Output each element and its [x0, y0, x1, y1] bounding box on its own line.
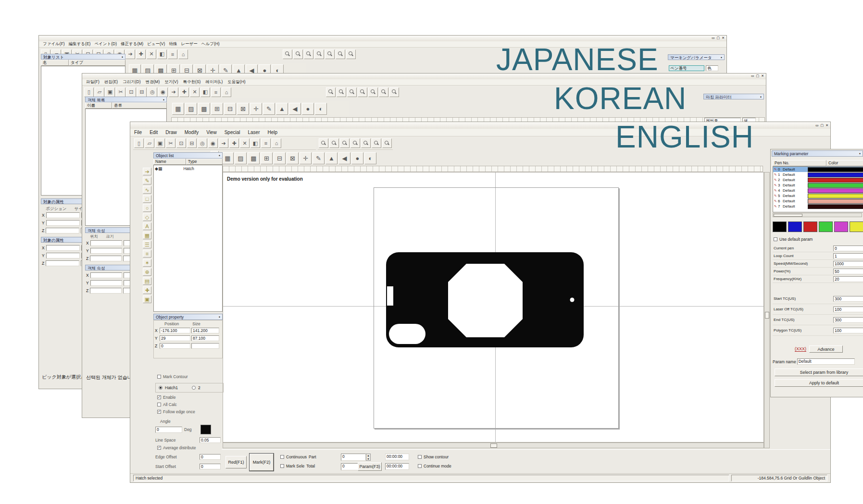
kr-col-type[interactable]: 종류 [112, 102, 167, 109]
zoom-icon[interactable] [379, 87, 388, 97]
toolbar-icon[interactable]: ✛ [250, 103, 262, 115]
toolbar-icon[interactable]: ⌂ [222, 87, 231, 97]
continuous-checkbox[interactable] [280, 455, 284, 459]
apply-default-button[interactable]: Apply to default [775, 379, 863, 387]
toolbar-icon[interactable]: ✎ [263, 103, 275, 115]
draw-tool-icon[interactable]: ⊕ [143, 268, 151, 276]
pen-no-column[interactable]: Pen No. [773, 160, 826, 166]
pen-row[interactable]: ✎ 7 Default [773, 204, 863, 209]
zoom-icon[interactable] [389, 87, 399, 97]
toolbar-icon[interactable]: ⊟ [274, 152, 286, 164]
toolbar-icon[interactable]: ⌂ [178, 49, 188, 59]
close-icon[interactable]: • [122, 55, 123, 60]
jp-menu-item[interactable]: ペイント(D) [94, 41, 117, 47]
toolbar-icon[interactable]: ◐ [315, 103, 327, 115]
pen-row[interactable]: ✎ 4 Default [773, 188, 863, 193]
tc-field-input[interactable]: 100 [833, 328, 863, 333]
toolbar-icon[interactable]: ⊞ [261, 152, 273, 164]
toolbar-icon[interactable]: ≡ [168, 49, 177, 59]
pen-row[interactable]: ✎ 1 Default [773, 172, 863, 177]
enable-checkbox[interactable] [157, 395, 161, 399]
hscroll-thumb[interactable] [490, 443, 497, 448]
toolbar-icon[interactable]: ≡ [261, 138, 271, 148]
mark-button[interactable]: Mark(F2) [250, 454, 274, 471]
zoom-icon[interactable] [372, 138, 381, 148]
tc-field-input[interactable]: 300 [833, 296, 863, 302]
size-input[interactable]: 87.100 [191, 335, 219, 341]
mark-contour-checkbox[interactable] [157, 375, 161, 379]
draw-tool-icon[interactable]: □ [143, 195, 151, 203]
jp-window-controls[interactable]: ▭ ▢ ✕ [712, 36, 725, 40]
toolbar-icon[interactable]: ◐ [364, 152, 376, 164]
toolbar-icon[interactable]: ▨ [185, 103, 197, 115]
toolbar-icon[interactable]: ⊡ [176, 138, 186, 148]
toolbar-icon[interactable]: ⊡ [126, 87, 136, 97]
axis-input[interactable] [90, 272, 122, 278]
jp-menu-item[interactable]: 編集する(E) [69, 41, 91, 47]
toolbar-icon[interactable]: ✕ [190, 87, 200, 97]
toolbar-icon[interactable]: ◧ [157, 49, 167, 59]
toolbar-icon[interactable]: ◀ [289, 103, 301, 115]
toolbar-icon[interactable]: ⊠ [237, 103, 249, 115]
close-icon[interactable]: • [760, 95, 762, 99]
pen-row[interactable]: ✎ 5 Default [773, 193, 863, 198]
kr-menu-item[interactable]: 편집(E) [104, 79, 118, 85]
zoom-icon[interactable] [346, 49, 356, 59]
follow-edge-checkbox[interactable] [157, 410, 161, 414]
color-swatch[interactable] [788, 221, 802, 232]
toolbar-icon[interactable]: ✚ [229, 138, 239, 148]
axis-input[interactable] [90, 256, 122, 261]
toolbar-icon[interactable]: ✚ [136, 49, 146, 59]
toolbar-icon[interactable]: ⌂ [272, 138, 281, 148]
param-button[interactable]: Param(F3) [358, 462, 382, 471]
kr-col-name[interactable]: 이름 [85, 102, 112, 109]
jp-param-color-field[interactable]: 色 [706, 65, 718, 71]
draw-tool-icon[interactable]: ✎ [143, 177, 151, 184]
zoom-icon[interactable] [382, 138, 392, 148]
axis-input[interactable] [90, 240, 122, 246]
param-field-input[interactable]: 1000 [833, 261, 863, 267]
part-count-spinner[interactable]: ▲▼ [366, 454, 371, 461]
zoom-icon[interactable] [347, 87, 357, 97]
toolbar-icon[interactable]: ◧ [200, 87, 210, 97]
param-field-input[interactable]: 0 [833, 246, 863, 251]
start-offset-input[interactable]: 0 [200, 464, 221, 469]
hatch-color-swatch[interactable] [200, 425, 211, 434]
jp-col-type[interactable]: タイプ [69, 60, 125, 66]
en-button-strip[interactable] [223, 166, 763, 172]
position-input[interactable]: -176.100 [160, 328, 190, 333]
tc-field-input[interactable]: 100 [833, 307, 863, 312]
toolbar-icon[interactable]: ▨ [235, 152, 247, 164]
toolbar-icon[interactable]: ▩ [248, 152, 260, 164]
en-menu-item[interactable]: Help [267, 130, 277, 135]
draw-tool-icon[interactable]: A [143, 222, 151, 230]
en-menu-item[interactable]: Modify [185, 130, 199, 135]
zoom-icon[interactable] [358, 87, 367, 97]
toolbar-icon[interactable]: ▲ [325, 152, 338, 164]
pen-list-hscrollbar[interactable] [773, 213, 862, 217]
close-icon[interactable]: • [219, 315, 220, 320]
en-menu-item[interactable]: View [206, 130, 217, 135]
zoom-icon[interactable] [283, 49, 292, 59]
toolbar-icon[interactable]: ▱ [95, 87, 104, 97]
zoom-icon[interactable] [304, 49, 313, 59]
kr-window-controls[interactable]: ▭ ▢ ✕ [751, 74, 764, 78]
toolbar-icon[interactable]: ✕ [147, 49, 156, 59]
toolbar-icon[interactable]: ▲ [276, 103, 288, 115]
draw-tool-icon[interactable]: ○ [143, 204, 151, 212]
axis-input[interactable] [90, 288, 122, 294]
kr-menu-item[interactable]: 변경(M) [146, 79, 160, 85]
en-menu-item[interactable]: File [134, 130, 142, 135]
tc-field-input[interactable]: 300 [833, 317, 863, 323]
average-distribute-checkbox[interactable] [157, 446, 161, 450]
toolbar-icon[interactable]: ≡ [211, 87, 221, 97]
en-object-list[interactable]: ◆▦ Hatch [153, 165, 223, 312]
toolbar-icon[interactable]: ▣ [155, 138, 165, 148]
zoom-icon[interactable] [350, 138, 360, 148]
part-count-input[interactable]: 0 [341, 454, 366, 461]
kr-menu-item[interactable]: 도움말(H) [227, 79, 245, 85]
toolbar-icon[interactable]: ◧ [250, 138, 260, 148]
toolbar-icon[interactable]: ✕ [240, 138, 250, 148]
position-input[interactable]: 29 [160, 335, 190, 341]
draw-tool-icon[interactable]: ▣ [143, 295, 151, 303]
